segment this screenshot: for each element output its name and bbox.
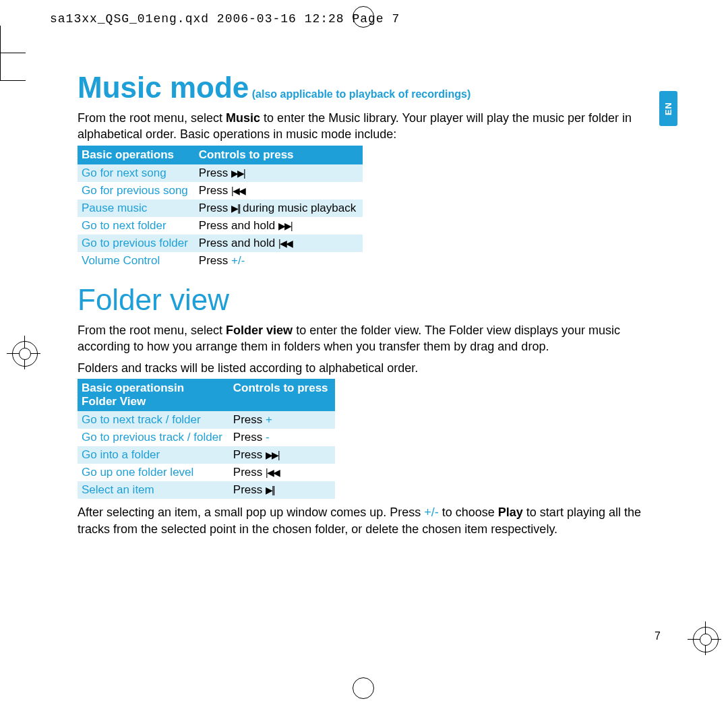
plus-icon: + (266, 413, 272, 426)
text: Press (233, 413, 266, 426)
table-header: Basic operations (78, 146, 195, 164)
folder-view-title: Folder view (78, 283, 664, 317)
music-intro: From the root menu, select Music to ente… (78, 110, 664, 143)
text: Folder View (82, 395, 146, 408)
text: Press (233, 431, 266, 444)
table-row: Go for previous song Press |◀◀ (78, 182, 363, 200)
operation-cell: Go for previous song (78, 182, 195, 200)
table-row: Go for next song Press ▶▶| (78, 164, 363, 182)
table-row: Go up one folder level Press |◀◀ (78, 464, 335, 481)
prev-icon: |◀◀ (266, 467, 279, 478)
operation-cell: Volume Control (78, 252, 195, 270)
text: Press (199, 166, 231, 179)
table-header: Controls to press (195, 146, 363, 164)
text: From the root menu, select (78, 111, 226, 125)
text: Press and hold (199, 219, 278, 232)
prev-icon: |◀◀ (278, 238, 292, 249)
next-icon: ▶▶| (231, 168, 245, 179)
table-row: Go into a folder Press ▶▶| (78, 446, 335, 464)
control-cell: Press + (229, 411, 335, 429)
control-cell: Press - (229, 429, 335, 446)
play-pause-icon: ▶|| (266, 485, 274, 495)
crop-mark (0, 26, 1, 53)
operation-cell: Go for next song (78, 164, 195, 182)
control-cell: Press and hold ▶▶| (195, 217, 363, 235)
operation-cell: Go to previous track / folder (78, 429, 229, 446)
text: Basic operationsin (82, 381, 184, 394)
folder-outro: After selecting an item, a small pop up … (78, 504, 664, 537)
prev-icon: |◀◀ (231, 185, 245, 196)
crop-mark (0, 80, 26, 81)
table-row: Go to next track / folder Press + (78, 411, 335, 429)
text-bold: Folder view (226, 324, 293, 337)
control-cell: Press and hold |◀◀ (195, 235, 363, 252)
music-operations-table: Basic operations Controls to press Go fo… (78, 146, 363, 270)
control-cell: Press |◀◀ (229, 464, 335, 481)
operation-cell: Pause music (78, 200, 195, 217)
operation-cell: Go to next folder (78, 217, 195, 235)
folder-operations-table: Basic operationsin Folder View Controls … (78, 379, 335, 499)
control-cell: Press ▶|| (229, 481, 335, 499)
control-cell: Press ▶▶| (195, 164, 363, 182)
operation-cell: Select an item (78, 481, 229, 499)
crop-mark (353, 677, 374, 699)
crop-mark (0, 53, 26, 53)
control-cell: Press |◀◀ (195, 182, 363, 200)
table-row: Volume Control Press +/- (78, 252, 363, 270)
text: during music playback (239, 202, 356, 214)
text: Press (199, 202, 231, 214)
operation-cell: Go to next track / folder (78, 411, 229, 429)
text: After selecting an item, a small pop up … (78, 506, 424, 519)
text: Press (233, 466, 266, 479)
plus-minus: +/- (231, 254, 245, 267)
crop-mark (700, 634, 712, 646)
control-cell: Press ▶▶| (229, 446, 335, 464)
text: Press (199, 184, 231, 197)
table-row: Select an item Press ▶|| (78, 481, 335, 499)
text: Press (199, 254, 231, 267)
control-cell: Press +/- (195, 252, 363, 270)
text-bold: Play (498, 506, 523, 519)
plus-minus: +/- (424, 506, 439, 519)
page-content: Music mode (also applicable to playback … (78, 71, 664, 540)
text-bold: Music (226, 111, 260, 125)
text: Press and hold (199, 237, 278, 249)
text: to choose (439, 506, 498, 519)
page-number: 7 (655, 630, 661, 642)
operation-cell: Go into a folder (78, 446, 229, 464)
next-icon: ▶▶| (266, 450, 279, 460)
next-icon: ▶▶| (278, 220, 292, 231)
table-row: Go to previous track / folder Press - (78, 429, 335, 446)
control-cell: Press ▶|| during music playback (195, 200, 363, 217)
operation-cell: Go up one folder level (78, 464, 229, 481)
table-row: Pause music Press ▶|| during music playb… (78, 200, 363, 217)
crop-mark (0, 53, 1, 80)
operation-cell: Go to previous folder (78, 235, 195, 252)
folder-note: Folders and tracks will be listed accord… (78, 360, 664, 376)
minus-icon: - (266, 431, 270, 444)
table-header: Controls to press (229, 379, 335, 411)
music-subtitle: (also applicable to playback of recordin… (249, 88, 471, 100)
play-pause-icon: ▶|| (231, 203, 239, 214)
table-header-row: Basic operations Controls to press (78, 146, 363, 164)
text: Press (233, 483, 266, 496)
music-title: Music mode (78, 71, 249, 104)
crop-mark (19, 348, 31, 360)
table-header: Basic operationsin Folder View (78, 379, 229, 411)
table-row: Go to next folder Press and hold ▶▶| (78, 217, 363, 235)
folder-intro: From the root menu, select Folder view t… (78, 322, 664, 355)
text: From the root menu, select (78, 324, 226, 337)
text: Press (233, 448, 266, 461)
music-mode-heading: Music mode (also applicable to playback … (78, 71, 664, 104)
table-row: Go to previous folder Press and hold |◀◀ (78, 235, 363, 252)
crop-mark (353, 6, 374, 28)
table-header-row: Basic operationsin Folder View Controls … (78, 379, 335, 411)
